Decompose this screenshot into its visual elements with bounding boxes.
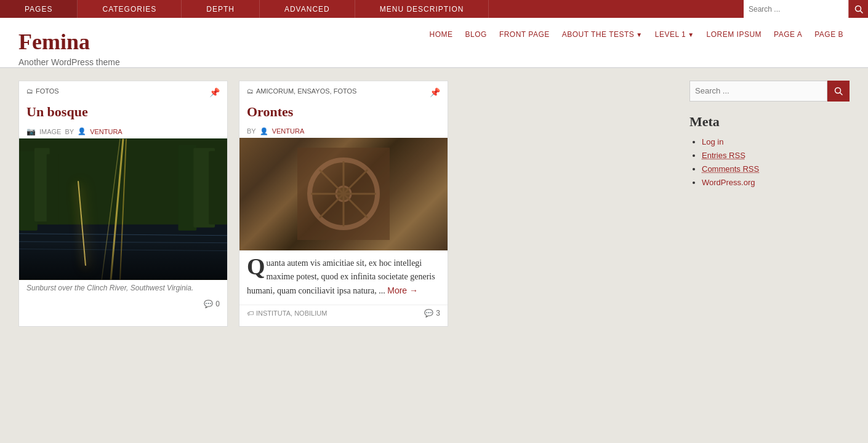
list-item: Comments RSS (702, 164, 850, 174)
author-icon-2: 👤 (260, 127, 268, 135)
mainnav-frontpage[interactable]: FRONT PAGE (493, 30, 556, 39)
mainnav-lorem-ipsum[interactable]: LOREM IPSUM (701, 30, 768, 39)
post-author-link-2[interactable]: VENTURA (272, 127, 305, 135)
post-categories-2: 🗂 AMICORUM, ENSAYOS, FOTOS (247, 87, 356, 95)
post-un-bosque: 🗂 FOTOS 📌 Un bosque 📷 IMAGE BY 👤 VENTURA (18, 81, 228, 327)
folder-icon-2: 🗂 (247, 87, 254, 95)
sidebar-search-button[interactable] (827, 81, 850, 102)
pin-icon: 📌 (209, 87, 220, 98)
topnav-search-button[interactable] (848, 0, 868, 18)
camera-icon: 📷 (26, 127, 36, 136)
site-subtitle: Another WordPress theme (18, 57, 120, 67)
main-content: 🗂 FOTOS 📌 Un bosque 📷 IMAGE BY 👤 VENTURA (18, 81, 677, 327)
site-header: Femina Another WordPress theme HOME BLOG… (0, 18, 868, 68)
post-meta-1: 📷 IMAGE BY 👤 VENTURA (19, 125, 227, 138)
topnav-item-depth[interactable]: DEPTH (182, 0, 260, 18)
wordpress-org-link[interactable]: WordPress.org (702, 178, 755, 187)
wheel-svg (297, 148, 390, 240)
svg-line-28 (840, 92, 843, 95)
topnav-item-advanced[interactable]: ADVANCED (260, 0, 355, 18)
post-image-forest (19, 138, 227, 280)
comment-count-2: 💬 3 (424, 309, 440, 317)
list-item: WordPress.org (702, 178, 850, 188)
topnav-item-categories[interactable]: CATEGORIES (78, 0, 182, 18)
image-caption-1: Sunburst over the Clinch River, Southwes… (19, 280, 227, 296)
comments-rss-link[interactable]: Comments RSS (702, 164, 759, 174)
post-header-2: 🗂 AMICORUM, ENSAYOS, FOTOS 📌 (239, 81, 448, 102)
mainnav-about-tests[interactable]: ABOUT THE TESTS ▼ (556, 30, 649, 39)
main-navigation: HOME BLOG FRONT PAGE ABOUT THE TESTS ▼ L… (424, 30, 850, 45)
tag-icon: 🏷 (247, 309, 254, 317)
mainnav-level1[interactable]: LEVEL 1 ▼ (649, 30, 701, 39)
meta-links-list: Log in Entries RSS Comments RSS WordPres… (689, 137, 850, 188)
search-icon-sidebar (834, 87, 843, 95)
svg-rect-3 (19, 224, 227, 279)
entries-rss-link[interactable]: Entries RSS (702, 151, 745, 160)
post-header-1: 🗂 FOTOS 📌 (19, 81, 227, 102)
post-excerpt-2: Quanta autem vis amicitiae sit, ex hoc i… (239, 250, 448, 305)
topnav-item-menu-description[interactable]: MENU DESCRIPTION (355, 0, 489, 18)
author-icon: 👤 (78, 127, 86, 135)
comment-icon-2: 💬 (424, 309, 433, 317)
mainnav-blog[interactable]: BLOG (459, 30, 493, 39)
svg-rect-6 (47, 154, 59, 224)
post-author-link-1[interactable]: VENTURA (90, 128, 123, 135)
chevron-down-icon: ▼ (636, 31, 642, 38)
post-footer-1: 💬 0 (19, 296, 227, 314)
post-tags-2: 🏷 INSTITUTA, NOBILIUM 💬 3 (239, 305, 448, 321)
mainnav-page-a[interactable]: PAGE A (768, 30, 808, 39)
sidebar-search-input[interactable] (689, 81, 827, 102)
content-wrapper: 🗂 FOTOS 📌 Un bosque 📷 IMAGE BY 👤 VENTURA (0, 68, 868, 339)
svg-line-15 (19, 249, 227, 250)
post-orontes: 🗂 AMICORUM, ENSAYOS, FOTOS 📌 Orontes BY … (239, 81, 448, 327)
site-title: Femina (18, 30, 120, 55)
more-link[interactable]: More → (387, 285, 418, 295)
mainnav-home[interactable]: HOME (424, 30, 459, 39)
sidebar-search (689, 81, 850, 102)
list-item: Entries RSS (702, 151, 850, 161)
topnav-search (744, 0, 868, 18)
topnav-search-input[interactable] (744, 0, 848, 18)
forest-svg (19, 138, 227, 280)
svg-line-1 (860, 10, 862, 13)
post-title-2[interactable]: Orontes (239, 102, 448, 125)
pin-icon-2: 📌 (430, 87, 440, 98)
post-categories-1: 🗂 FOTOS (26, 87, 59, 95)
comment-icon-1: 💬 (204, 300, 213, 308)
login-link[interactable]: Log in (702, 137, 723, 146)
chevron-down-icon: ▼ (688, 31, 694, 38)
svg-rect-9 (209, 151, 227, 224)
topnav-item-pages[interactable]: PAGES (0, 0, 78, 18)
site-branding: Femina Another WordPress theme (18, 30, 120, 67)
sidebar: Meta Log in Entries RSS Comments RSS Wor… (689, 81, 850, 327)
post-image-wheel (239, 138, 448, 250)
meta-widget-title: Meta (689, 114, 850, 130)
search-icon (854, 5, 863, 14)
comment-count-1: 💬 0 (204, 300, 220, 308)
meta-widget: Meta Log in Entries RSS Comments RSS Wor… (689, 114, 850, 188)
list-item: Log in (702, 137, 850, 147)
post-title-1[interactable]: Un bosque (19, 102, 227, 125)
folder-icon: 🗂 (26, 87, 33, 95)
mainnav-page-b[interactable]: PAGE B (808, 30, 850, 39)
post-meta-2: BY 👤 VENTURA (239, 125, 448, 138)
top-navigation: PAGES CATEGORIES DEPTH ADVANCED MENU DES… (0, 0, 868, 18)
drop-cap: Q (247, 257, 265, 276)
